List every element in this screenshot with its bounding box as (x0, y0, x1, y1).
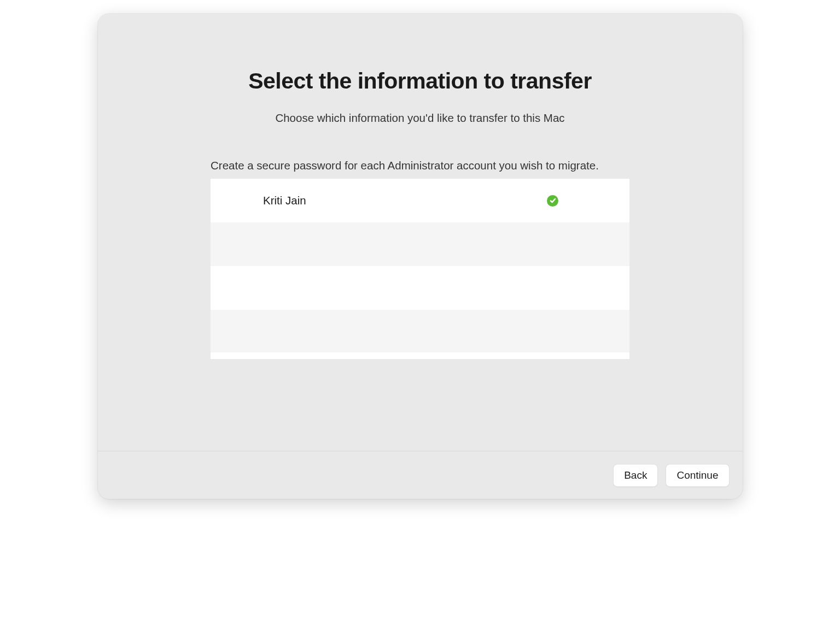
instruction-text: Create a secure password for each Admini… (211, 159, 629, 172)
page-subtitle: Choose which information you'd like to t… (275, 111, 564, 125)
account-row[interactable]: Kriti Jain (211, 179, 629, 222)
table-row-empty (211, 352, 629, 359)
footer-bar: Back Continue (98, 451, 743, 499)
table-row-empty (211, 222, 629, 266)
accounts-table: Kriti Jain (211, 179, 629, 359)
continue-button[interactable]: Continue (666, 464, 729, 487)
page-title: Select the information to transfer (248, 68, 592, 94)
table-row-empty (211, 310, 629, 352)
table-row-empty (211, 266, 629, 310)
back-button[interactable]: Back (613, 464, 658, 487)
account-name-label: Kriti Jain (263, 194, 547, 207)
migration-assistant-window: Select the information to transfer Choos… (98, 14, 743, 499)
content-area: Select the information to transfer Choos… (98, 14, 743, 451)
checkmark-icon (547, 195, 558, 207)
